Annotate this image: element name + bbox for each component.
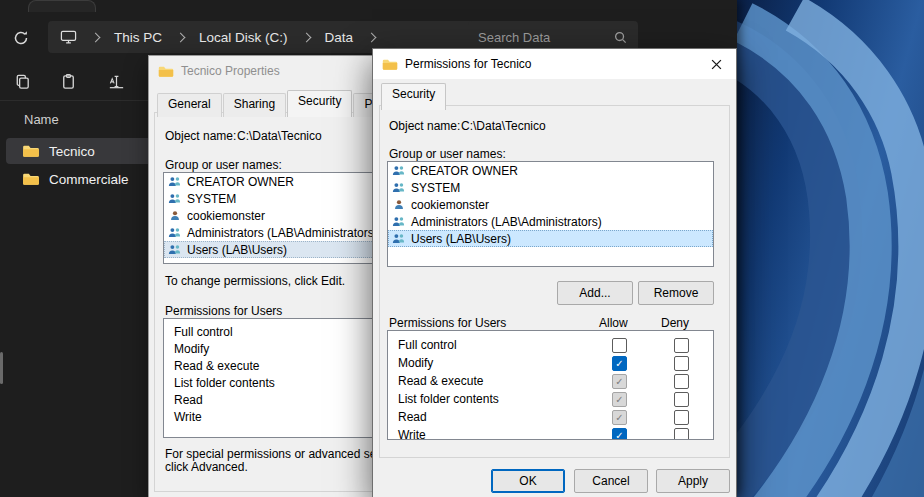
bloom-graphic <box>735 0 924 497</box>
tab-sharing[interactable]: Sharing <box>223 93 286 117</box>
copy-button[interactable] <box>8 67 36 95</box>
group-item-creator-owner[interactable]: CREATOR OWNER <box>388 162 713 179</box>
object-name-label: Object name: <box>165 129 236 143</box>
group-item-users[interactable]: Users (LAB\Users) <box>388 230 713 247</box>
ok-button[interactable]: OK <box>491 469 565 493</box>
group-item-label: SYSTEM <box>187 192 236 206</box>
permissions-dialog: Permissions for Tecnico Security Object … <box>372 48 737 497</box>
permission-row-list-folder-contents: List folder contents <box>388 390 713 408</box>
allow-checkbox-read-execute[interactable] <box>612 374 627 389</box>
users-icon <box>168 176 182 187</box>
rename-icon <box>107 72 126 91</box>
tab-security[interactable]: Security <box>381 83 446 110</box>
group-item-label: Administrators (LAB\Administrators) <box>411 215 602 229</box>
tab-general[interactable]: General <box>157 93 222 117</box>
dialog-title: Permissions for Tecnico <box>405 57 532 71</box>
breadcrumb-item-this-pc[interactable]: This PC <box>114 30 162 45</box>
deny-checkbox-modify[interactable] <box>674 356 689 371</box>
permission-label: Full control <box>174 325 233 339</box>
scrollbar-thumb[interactable] <box>0 352 3 384</box>
users-icon <box>392 233 406 244</box>
group-item-creator-owner[interactable]: CREATOR OWNER <box>164 173 380 190</box>
search-icon <box>613 30 628 45</box>
permission-item[interactable]: Modify <box>164 340 380 357</box>
group-item-system[interactable]: SYSTEM <box>164 190 380 207</box>
permissions-for-users-label: Permissions for Users <box>165 304 282 318</box>
paste-button[interactable] <box>54 67 82 95</box>
allow-checkbox-list-folder-contents[interactable] <box>612 392 627 407</box>
group-item-label: Administrators (LAB\Administrators) <box>187 226 378 240</box>
advanced-hint-line2: click Advanced. <box>165 460 248 474</box>
deny-checkbox-write[interactable] <box>674 428 689 440</box>
user-icon <box>168 210 182 221</box>
cancel-button[interactable]: Cancel <box>574 469 648 493</box>
chevron-right-icon[interactable] <box>301 33 311 43</box>
deny-column-label: Deny <box>661 316 689 330</box>
permission-item[interactable]: List folder contents <box>164 374 380 391</box>
permission-item[interactable]: Read <box>164 391 380 408</box>
permission-row-read: Read <box>388 408 713 426</box>
allow-checkbox-full-control[interactable] <box>612 338 627 353</box>
permission-row-read-execute: Read & execute <box>388 372 713 390</box>
permissions-dialog-titlebar: Permissions for Tecnico <box>373 49 736 79</box>
object-name-value: C:\Data\Tecnico <box>461 119 546 133</box>
add-button[interactable]: Add... <box>557 281 633 305</box>
advanced-hint-line1: For special permissions or advanced sett… <box>165 447 380 461</box>
deny-checkbox-list-folder-contents[interactable] <box>674 392 689 407</box>
group-item-users[interactable]: Users (LAB\Users) <box>164 241 380 258</box>
group-item-cookiemonster[interactable]: cookiemonster <box>164 207 380 224</box>
close-button[interactable] <box>700 52 732 76</box>
allow-checkbox-read[interactable] <box>612 410 627 425</box>
column-header-name[interactable]: Name <box>24 112 59 127</box>
refresh-button[interactable] <box>8 25 34 51</box>
user-icon <box>392 199 406 210</box>
desktop-wallpaper <box>735 0 924 497</box>
permission-item[interactable]: Read & execute <box>164 357 380 374</box>
folder-icon <box>22 172 40 186</box>
explorer-tab[interactable] <box>28 0 96 12</box>
permission-row-modify: Modify <box>388 354 713 372</box>
group-item-label: Users (LAB\Users) <box>187 243 287 257</box>
this-pc-icon <box>60 29 77 45</box>
group-item-label: Users (LAB\Users) <box>411 232 511 246</box>
permissions-list: Full control Modify Read & execute List … <box>163 318 380 438</box>
permission-row-write: Write <box>388 426 713 440</box>
chevron-right-icon[interactable] <box>91 33 101 43</box>
permission-label: Write <box>398 428 426 440</box>
deny-checkbox-read-execute[interactable] <box>674 374 689 389</box>
group-item-label: cookiemonster <box>411 198 489 212</box>
apply-button[interactable]: Apply <box>656 469 730 493</box>
file-row-commerciale[interactable]: Commerciale <box>6 166 168 192</box>
permission-label: Read <box>174 393 203 407</box>
group-item-label: SYSTEM <box>411 181 460 195</box>
folder-icon <box>382 58 398 71</box>
group-item-label: cookiemonster <box>187 209 265 223</box>
remove-button[interactable]: Remove <box>638 281 714 305</box>
permissions-for-users-label: Permissions for Users <box>389 316 506 330</box>
tab-security[interactable]: Security <box>287 90 352 117</box>
group-item-administrators[interactable]: Administrators (LAB\Administrators) <box>164 224 380 241</box>
breadcrumb-item-data[interactable]: Data <box>325 30 354 45</box>
group-item-cookiemonster[interactable]: cookiemonster <box>388 196 713 213</box>
permissions-table: Full control Modify Read & execute List … <box>387 330 714 440</box>
edit-hint: To change permissions, click Edit. <box>165 274 345 288</box>
allow-checkbox-modify[interactable] <box>612 356 627 371</box>
group-item-administrators[interactable]: Administrators (LAB\Administrators) <box>388 213 713 230</box>
file-name: Tecnico <box>49 144 95 159</box>
allow-checkbox-write[interactable] <box>612 428 627 440</box>
chevron-right-icon[interactable] <box>176 33 186 43</box>
rename-button[interactable] <box>102 67 130 95</box>
permission-item[interactable]: Full control <box>164 323 380 340</box>
group-item-system[interactable]: SYSTEM <box>388 179 713 196</box>
copy-icon <box>13 72 32 91</box>
deny-checkbox-read[interactable] <box>674 410 689 425</box>
search-placeholder: Search Data <box>478 30 550 45</box>
folder-icon <box>158 65 174 78</box>
breadcrumb-item-local-disk[interactable]: Local Disk (C:) <box>199 30 288 45</box>
folder-icon <box>22 144 40 158</box>
file-row-tecnico[interactable]: Tecnico <box>6 138 168 164</box>
chevron-right-icon[interactable] <box>367 33 377 43</box>
permission-item[interactable]: Write <box>164 408 380 425</box>
deny-checkbox-full-control[interactable] <box>674 338 689 353</box>
permission-label: Full control <box>398 338 457 352</box>
